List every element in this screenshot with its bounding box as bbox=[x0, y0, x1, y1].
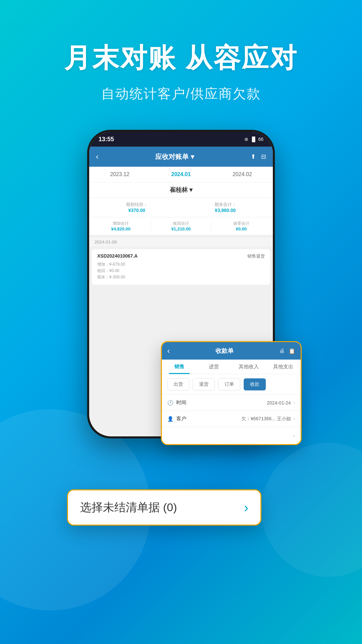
transaction-details: 增加：¥-679.00 收回：¥0.00 期末：¥-309.00 bbox=[97, 261, 265, 281]
stats-row: 增加合计 ¥4,820.00 收回合计 ¥1,210.00 抹零合计 ¥0.00 bbox=[89, 217, 273, 237]
closing-label: 期末合计： bbox=[215, 202, 236, 208]
transaction-type: 销售退货 bbox=[247, 253, 265, 259]
btn-order[interactable]: 订单 bbox=[218, 378, 240, 390]
floating-header: ‹ 收款单 🖨 📋 bbox=[162, 342, 301, 360]
form-row-customer[interactable]: 👤 客户 欠：¥6671366... 王小姐 › bbox=[162, 411, 301, 427]
transaction-card[interactable]: XSD2024010067.A 销售退货 增加：¥-679.00 收回：¥0.0… bbox=[92, 249, 270, 285]
transaction-increase: 增加：¥-679.00 bbox=[97, 261, 265, 268]
opening-label: 期初结存： bbox=[126, 202, 148, 208]
back-icon[interactable]: ‹ bbox=[96, 152, 99, 161]
time-label-text: 时间 bbox=[176, 399, 186, 406]
floating-back-icon[interactable]: ‹ bbox=[167, 346, 170, 356]
btn-return[interactable]: 退货 bbox=[193, 378, 215, 390]
stat-increase-value: ¥4,820.00 bbox=[91, 226, 151, 231]
time-value: 2024-01-24 bbox=[194, 400, 291, 406]
print-icon[interactable]: 🖨 bbox=[279, 348, 285, 354]
floating-title: 收款单 bbox=[216, 347, 234, 355]
transaction-header: XSD2024010067.A 销售退货 bbox=[97, 253, 265, 259]
tab-other-expense[interactable]: 其他支出 bbox=[266, 360, 301, 374]
opening-balance: 期初结存： ¥370.00 bbox=[126, 202, 148, 213]
battery-icon: ▐▌ 66 bbox=[250, 137, 263, 142]
hero-title: 月末对账 从容应对 bbox=[64, 40, 298, 76]
status-time: 13:55 bbox=[99, 136, 114, 143]
payment-tabs: 销售 进货 其他收入 其他支出 bbox=[162, 360, 301, 374]
month-selector: 2023.12 2024.01 2024.02 bbox=[89, 167, 273, 182]
form-row-time[interactable]: 🕐 时间 2024-01-24 › bbox=[162, 395, 301, 411]
customer-name[interactable]: 崔桂林 ▾ bbox=[89, 182, 273, 198]
status-icons: ⊛ ▐▌ 66 bbox=[244, 137, 263, 142]
filter-icon[interactable]: ⊟ bbox=[261, 153, 266, 160]
stat-zero-value: ¥0.00 bbox=[211, 226, 271, 231]
month-2023-12[interactable]: 2023.12 bbox=[110, 171, 129, 177]
floating-bottom-row: › bbox=[162, 427, 301, 444]
stat-zero-label: 抹零合计 bbox=[211, 221, 271, 226]
transaction-period-end: 期末：¥-309.00 bbox=[97, 274, 265, 280]
phone-mockup: 13:55 ⊛ ▐▌ 66 ‹ 应收对账单 ▾ ⬆ ⊟ bbox=[87, 130, 275, 438]
export-icon[interactable]: ⬆ bbox=[251, 153, 256, 160]
header-title-group: 应收对账单 ▾ bbox=[155, 152, 194, 161]
hero-subtitle: 自动统计客户/供应商欠款 bbox=[101, 85, 260, 103]
btn-delivery[interactable]: 出货 bbox=[167, 378, 189, 390]
stat-collect-label: 收回合计 bbox=[151, 221, 211, 226]
tab-sales[interactable]: 销售 bbox=[162, 360, 197, 374]
bg-decoration-2 bbox=[261, 443, 362, 577]
customer-label-group: 👤 客户 bbox=[167, 416, 194, 422]
customer-value: 欠：¥6671366... 王小姐 bbox=[194, 416, 291, 422]
page-container: 月末对账 从容应对 自动统计客户/供应商欠款 13:55 ⊛ ▐▌ 66 ‹ 应… bbox=[0, 0, 362, 644]
month-2024-02[interactable]: 2024.02 bbox=[233, 171, 252, 177]
clock-icon: 🕐 bbox=[167, 400, 174, 406]
date-section-label: 2024-01-08 bbox=[89, 237, 273, 247]
select-doc-text: 选择未结清单据 (0) bbox=[80, 500, 177, 515]
transaction-collect: 收回：¥0.00 bbox=[97, 268, 265, 274]
month-2024-01[interactable]: 2024.01 bbox=[171, 171, 191, 177]
floating-payment-card: ‹ 收款单 🖨 📋 销售 进货 其他收入 其他支出 出货 退货 订单 收款 bbox=[161, 341, 302, 445]
btn-payment[interactable]: 收款 bbox=[244, 378, 266, 390]
stat-increase-label: 增加合计 bbox=[91, 221, 151, 226]
stat-zero: 抹零合计 ¥0.00 bbox=[211, 221, 271, 231]
bottom-arrow: › bbox=[293, 432, 295, 439]
opening-value: ¥370.00 bbox=[126, 208, 148, 213]
list-icon[interactable]: 📋 bbox=[289, 348, 295, 354]
closing-balance: 期末合计： ¥3,980.00 bbox=[215, 202, 236, 213]
customer-label-text: 客户 bbox=[176, 416, 186, 422]
app-header: ‹ 应收对账单 ▾ ⬆ ⊟ bbox=[89, 147, 273, 167]
header-actions: ⬆ ⊟ bbox=[251, 153, 266, 160]
bluetooth-icon: ⊛ bbox=[244, 137, 248, 142]
select-documents-box[interactable]: 选择未结清单据 (0) › bbox=[67, 489, 261, 526]
stat-collect: 收回合计 ¥1,210.00 bbox=[151, 221, 212, 231]
time-arrow: › bbox=[294, 400, 295, 406]
status-bar: 13:55 ⊛ ▐▌ 66 bbox=[89, 132, 273, 147]
tab-purchase[interactable]: 进货 bbox=[197, 360, 232, 374]
summary-row: 期初结存： ¥370.00 期末合计： ¥3,980.00 bbox=[89, 198, 273, 217]
customer-arrow: › bbox=[294, 416, 295, 422]
type-buttons: 出货 退货 订单 收款 bbox=[162, 374, 301, 395]
header-title-text: 应收对账单 bbox=[155, 152, 189, 161]
stat-collect-value: ¥1,210.00 bbox=[151, 226, 211, 231]
person-icon: 👤 bbox=[167, 416, 174, 422]
select-doc-arrow: › bbox=[244, 500, 248, 515]
closing-value: ¥3,980.00 bbox=[215, 208, 236, 213]
stat-increase: 增加合计 ¥4,820.00 bbox=[91, 221, 151, 231]
time-label-group: 🕐 时间 bbox=[167, 399, 194, 406]
tab-other-income[interactable]: 其他收入 bbox=[231, 360, 266, 374]
floating-header-icons: 🖨 📋 bbox=[279, 348, 295, 354]
transaction-id: XSD2024010067.A bbox=[97, 253, 138, 259]
header-dropdown-icon[interactable]: ▾ bbox=[191, 153, 194, 161]
